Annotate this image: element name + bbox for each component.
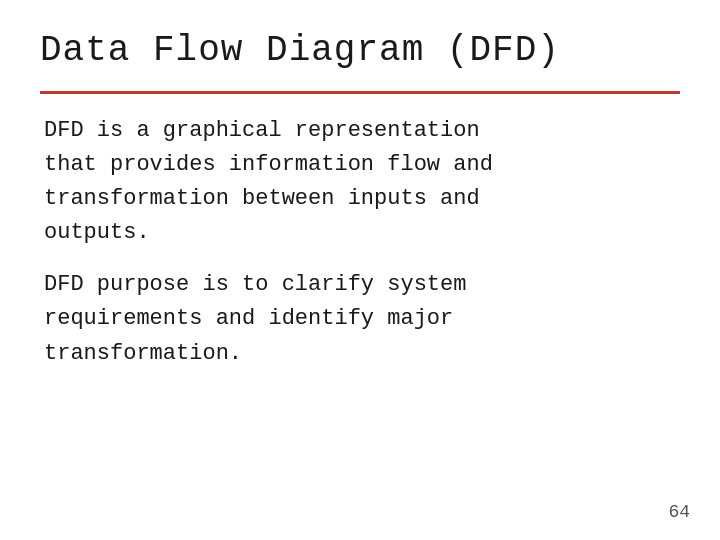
- page-number: 64: [668, 502, 690, 522]
- slide-title: Data Flow Diagram (DFD): [40, 30, 680, 71]
- slide-container: Data Flow Diagram (DFD) DFD is a graphic…: [0, 0, 720, 540]
- content-section: DFD is a graphical representation that p…: [40, 114, 680, 371]
- paragraph-1: DFD is a graphical representation that p…: [44, 114, 676, 250]
- paragraph-2: DFD purpose is to clarify system require…: [44, 268, 676, 370]
- title-divider: [40, 91, 680, 94]
- title-section: Data Flow Diagram (DFD): [40, 30, 680, 83]
